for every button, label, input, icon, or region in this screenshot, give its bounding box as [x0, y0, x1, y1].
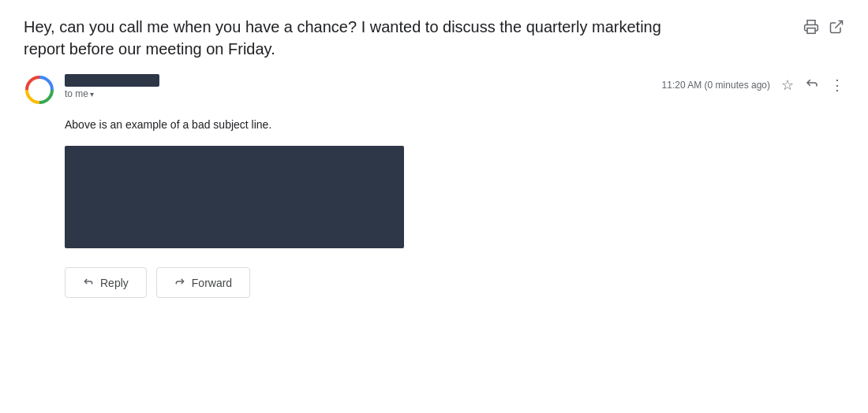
sender-info: to me ▾ [65, 74, 159, 99]
print-icon[interactable] [803, 19, 819, 39]
header-right: 11:20 AM (0 minutes ago) ☆ ⋮ [662, 74, 844, 94]
subject-row: Hey, can you call me when you have a cha… [24, 16, 844, 60]
star-icon[interactable]: ☆ [781, 76, 794, 94]
reply-header-icon[interactable] [805, 76, 819, 94]
forward-button-icon [174, 276, 185, 289]
sender-name-redacted [65, 74, 159, 87]
email-subject: Hey, can you call me when you have a cha… [24, 16, 694, 60]
email-header: to me ▾ 11:20 AM (0 minutes ago) ☆ ⋮ [24, 74, 844, 106]
email-body-text: Above is an example of a bad subject lin… [65, 117, 844, 133]
action-buttons: Reply Forward [65, 267, 844, 298]
forward-button-label: Forward [192, 277, 232, 289]
reply-button-icon [83, 276, 94, 289]
email-image-attachment [65, 146, 404, 248]
subject-action-icons [803, 19, 844, 39]
to-me-dropdown-icon[interactable]: ▾ [90, 90, 94, 99]
avatar [24, 74, 55, 106]
reply-button[interactable]: Reply [65, 267, 147, 298]
forward-button[interactable]: Forward [156, 267, 250, 298]
sender-section: to me ▾ [24, 74, 159, 106]
reply-button-label: Reply [100, 277, 129, 289]
email-container: Hey, can you call me when you have a cha… [0, 0, 868, 314]
sender-name-row [65, 74, 159, 87]
email-body: Above is an example of a bad subject lin… [65, 117, 844, 248]
svg-line-1 [835, 21, 842, 28]
svg-rect-0 [807, 28, 815, 34]
more-options-icon[interactable]: ⋮ [830, 76, 844, 94]
email-timestamp: 11:20 AM (0 minutes ago) [662, 80, 770, 91]
open-external-icon[interactable] [829, 19, 844, 39]
to-me-label[interactable]: to me ▾ [65, 88, 159, 99]
